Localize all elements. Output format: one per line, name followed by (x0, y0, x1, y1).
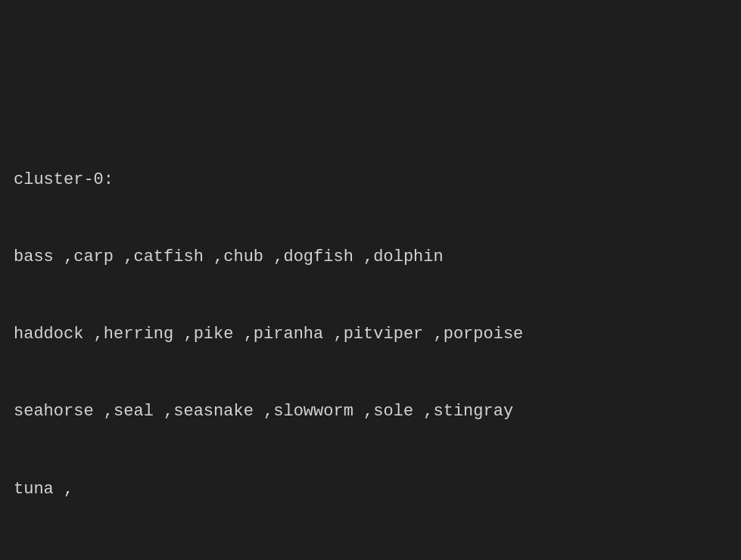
cluster-0-header: cluster-0: (14, 167, 727, 193)
cluster-0-line-4: tuna , (14, 477, 727, 502)
cluster-0-section: cluster-0: bass ,carp ,catfish ,chub ,do… (14, 115, 727, 554)
cluster-0-line-1: bass ,carp ,catfish ,chub ,dogfish ,dolp… (14, 244, 727, 270)
cluster-0-line-2: haddock ,herring ,pike ,piranha ,pitvipe… (14, 322, 727, 347)
main-content: cluster-0: bass ,carp ,catfish ,chub ,do… (14, 12, 727, 560)
cluster-0-line-3: seahorse ,seal ,seasnake ,slowworm ,sole… (14, 399, 727, 425)
